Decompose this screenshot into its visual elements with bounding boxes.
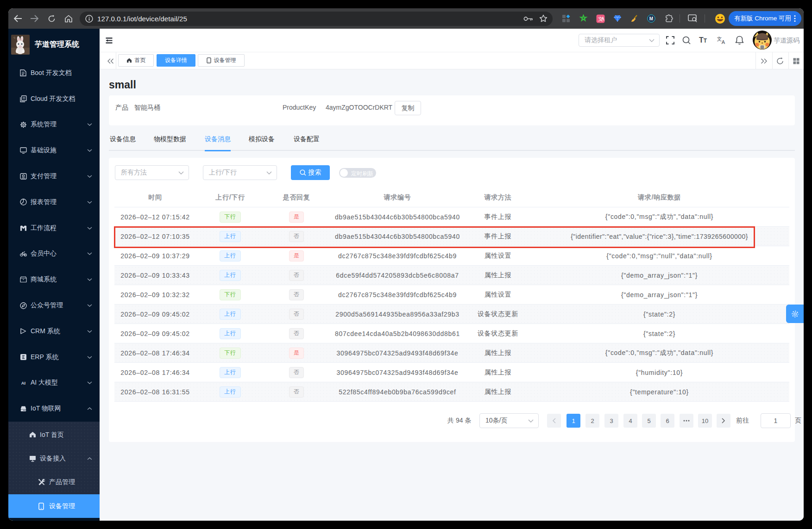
svg-text:AI: AI	[21, 381, 25, 386]
svg-text:A: A	[722, 39, 725, 45]
svg-text:M: M	[649, 16, 653, 21]
